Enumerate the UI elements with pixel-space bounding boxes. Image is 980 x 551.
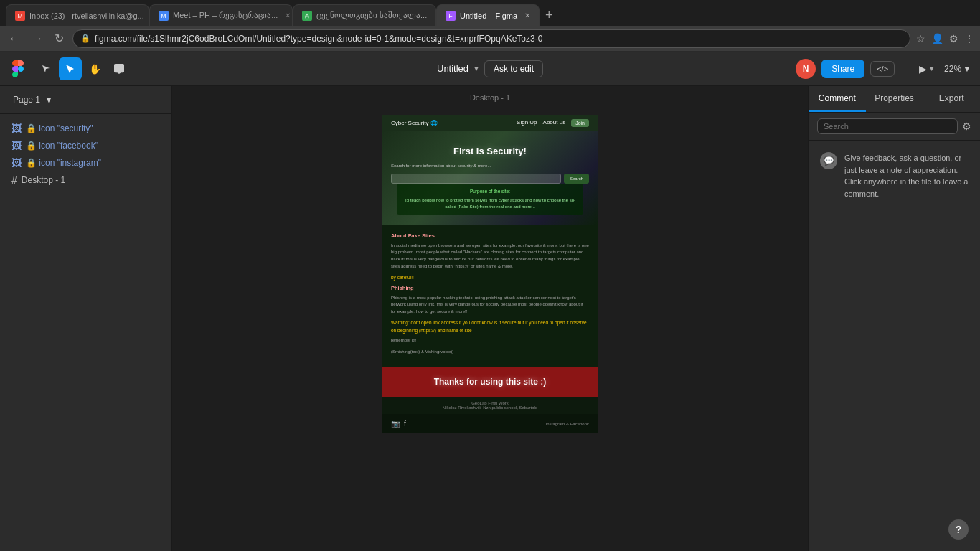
design-about-fake-body: In social media we open browsers and we … bbox=[391, 242, 589, 270]
design-hero: First Is Security! Search for more infor… bbox=[382, 131, 598, 225]
layer-label-security: 🔒 icon "security" bbox=[26, 123, 93, 133]
page-chevron-icon: ▼ bbox=[44, 95, 53, 105]
tab-close-meet[interactable]: ✕ bbox=[285, 11, 291, 19]
design-about-fake-warning: by careful!! bbox=[391, 274, 589, 281]
design-thanks-text: Thanks for using this site :) bbox=[391, 377, 589, 387]
tab-favicon-figma: F bbox=[446, 11, 456, 21]
tab-export[interactable]: Export bbox=[923, 86, 980, 112]
play-chevron-icon: ▼ bbox=[928, 65, 936, 72]
layer-item-facebook[interactable]: 🖼 🔒 icon "facebook" bbox=[0, 137, 171, 154]
facebook-icon: f bbox=[404, 420, 406, 428]
design-social-icons: 📷 f bbox=[391, 420, 406, 428]
zoom-chevron-icon: ▼ bbox=[963, 64, 971, 74]
tool-separator-2 bbox=[905, 60, 905, 77]
design-social-label: Instagram & Facebook bbox=[546, 422, 589, 426]
design-phishing-remember: remember it!! bbox=[391, 337, 589, 344]
page-selector[interactable]: Page 1 ▼ bbox=[9, 92, 163, 108]
tab-label-meet: Meet – PH – რეგისტრაცია... bbox=[173, 11, 278, 20]
extensions-button[interactable]: ⚙ bbox=[949, 33, 958, 44]
design-footer-info: GeoLab Final Work Nikoloz Rtveliashvili,… bbox=[382, 397, 598, 414]
design-aboutus: About us bbox=[543, 119, 566, 127]
browser-tabs-row: M Inbox (23) - rtveliashvilinika@g... ✕ … bbox=[0, 0, 980, 26]
design-search-bar: Search bbox=[391, 174, 589, 184]
hand-tool[interactable]: ✋ bbox=[83, 57, 106, 80]
design-nav-links: Sign Up About us Join bbox=[517, 119, 589, 127]
tab-figma[interactable]: F Untitled – Figma ✕ bbox=[436, 4, 540, 26]
menu-button[interactable]: ⋮ bbox=[964, 33, 974, 44]
design-credit2: Nikoloz Rtveliashvili, Nzn public school… bbox=[391, 405, 589, 410]
comment-search-input[interactable] bbox=[817, 118, 958, 134]
design-search-label: Search for more information about securi… bbox=[391, 164, 589, 168]
bookmark-button[interactable]: ☆ bbox=[916, 33, 925, 44]
design-phishing-body: Phishing is a most popular hacking techn… bbox=[391, 295, 589, 316]
layer-item-instagram[interactable]: 🖼 🔒 icon "instagram" bbox=[0, 154, 171, 171]
code-view-button[interactable]: </> bbox=[870, 61, 895, 77]
back-button[interactable]: ← bbox=[6, 31, 23, 47]
play-button[interactable]: ▶ ▼ bbox=[915, 57, 938, 80]
forward-button[interactable]: → bbox=[29, 31, 46, 47]
figma-toolbar: ✋ Untitled ▼ Ask to edit N Share </> ▶ ▼… bbox=[0, 52, 980, 86]
design-search-input[interactable] bbox=[391, 174, 561, 184]
right-panel-tabs: Comment Properties Export bbox=[809, 86, 980, 113]
design-search-button[interactable]: Search bbox=[564, 174, 589, 184]
share-button[interactable]: Share bbox=[821, 60, 864, 78]
layer-item-desktop[interactable]: # Desktop - 1 bbox=[0, 171, 171, 189]
desktop-icon: # bbox=[11, 174, 17, 186]
address-bar[interactable]: 🔒 figma.com/file/s1Slhmr2jC6odBroLCdOml/… bbox=[72, 29, 910, 48]
design-brand: Cyber Security 🌐 bbox=[391, 120, 438, 126]
zoom-control[interactable]: 22% ▼ bbox=[944, 64, 971, 74]
design-phishing-warning: Warning: dont open link address if you d… bbox=[391, 319, 589, 334]
canvas-frame-label: Desktop - 1 bbox=[470, 93, 510, 102]
comment-prompt-area: 💬 Give feedback, ask a question, or just… bbox=[809, 141, 980, 211]
right-panel-search: ⚙ bbox=[809, 113, 980, 141]
comment-tool[interactable] bbox=[108, 57, 131, 80]
design-footer-thanks: Thanks for using this site :) bbox=[382, 367, 598, 397]
left-sidebar: Page 1 ▼ 🖼 🔒 icon "security" 🖼 🔒 icon "f… bbox=[0, 86, 172, 551]
reload-button[interactable]: ↻ bbox=[52, 30, 67, 47]
comment-avatar: 💬 bbox=[820, 152, 837, 169]
play-icon: ▶ bbox=[919, 63, 927, 75]
figma-logo bbox=[9, 60, 26, 77]
layer-label-desktop: Desktop - 1 bbox=[22, 175, 65, 185]
layer-label-facebook: 🔒 icon "facebook" bbox=[26, 141, 98, 151]
profile-button[interactable]: 👤 bbox=[931, 33, 943, 44]
tab-comment[interactable]: Comment bbox=[809, 86, 866, 112]
ask-to-edit-button[interactable]: Ask to edit bbox=[484, 60, 543, 77]
title-chevron-icon: ▼ bbox=[473, 65, 480, 72]
tab-gmail[interactable]: M Inbox (23) - rtveliashvilinika@g... ✕ bbox=[6, 4, 149, 26]
design-purpose-text: To teach people how to protect them selv… bbox=[402, 197, 578, 210]
tab-properties[interactable]: Properties bbox=[866, 86, 923, 112]
tab-label-figma: Untitled – Figma bbox=[460, 11, 517, 20]
tab-close-figma[interactable]: ✕ bbox=[524, 11, 530, 19]
design-phishing-title: Phishing bbox=[391, 285, 589, 291]
layer-item-security[interactable]: 🖼 🔒 icon "security" bbox=[0, 120, 171, 137]
address-bar-row: ← → ↻ 🔒 figma.com/file/s1Slhmr2jC6odBroL… bbox=[0, 26, 980, 52]
user-avatar-button[interactable]: N bbox=[796, 59, 816, 79]
new-tab-button[interactable]: + bbox=[540, 4, 559, 26]
help-button[interactable]: ? bbox=[948, 519, 969, 540]
design-body: About Fake Sites: In social media we ope… bbox=[382, 225, 598, 367]
design-bottom-nav: 📷 f Instagram & Facebook bbox=[382, 414, 598, 433]
move-tool[interactable] bbox=[34, 57, 57, 80]
design-phishing-smishing: (Smishing(text) & Vishing(voice)) bbox=[391, 349, 589, 356]
comment-bubble-icon: 💬 bbox=[824, 156, 834, 166]
lock-icon: 🔒 bbox=[80, 34, 90, 43]
tab-meet[interactable]: M Meet – PH – რეგისტრაცია... ✕ bbox=[149, 4, 293, 26]
filter-button[interactable]: ⚙ bbox=[962, 121, 971, 132]
frame-icon-fb: 🖼 bbox=[11, 140, 22, 151]
tab-favicon-gmail: M bbox=[15, 11, 25, 21]
cursor-tool[interactable] bbox=[59, 57, 82, 80]
main-layout: Page 1 ▼ 🖼 🔒 icon "security" 🖼 🔒 icon "f… bbox=[0, 86, 980, 551]
tab-favicon-geo: ტ bbox=[302, 11, 312, 21]
canvas-area: Desktop - 1 Cyber Security 🌐 Sign Up Abo… bbox=[172, 86, 808, 551]
tab-geo[interactable]: ტ ტექნოლოგიები საშოქალა... ✕ bbox=[293, 4, 436, 26]
design-signup: Sign Up bbox=[517, 119, 537, 127]
design-hero-title: First Is Security! bbox=[391, 146, 589, 156]
address-text: figma.com/file/s1Slhmr2jC6odBroLCdOml/Un… bbox=[95, 34, 903, 44]
instagram-icon: 📷 bbox=[391, 420, 400, 428]
design-join: Join bbox=[571, 119, 589, 127]
frame-icon: 🖼 bbox=[11, 123, 22, 134]
right-sidebar: Comment Properties Export ⚙ 💬 Give feedb… bbox=[808, 86, 980, 551]
layers-panel: 🖼 🔒 icon "security" 🖼 🔒 icon "facebook" … bbox=[0, 114, 171, 551]
zoom-level: 22% bbox=[944, 64, 961, 74]
